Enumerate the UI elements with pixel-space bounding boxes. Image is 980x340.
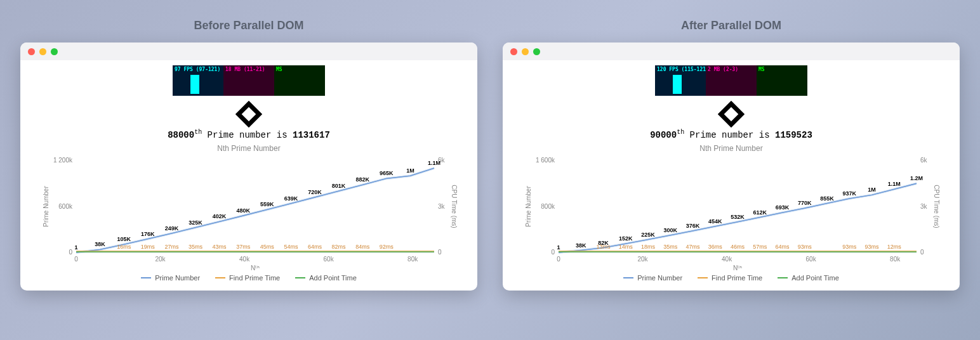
svg-text:54ms: 54ms <box>284 244 298 250</box>
svg-text:1: 1 <box>74 244 77 251</box>
panel-title: Before Parallel DOM <box>194 19 303 32</box>
svg-text:18ms: 18ms <box>641 244 656 250</box>
svg-text:639K: 639K <box>284 195 298 201</box>
svg-text:532K: 532K <box>731 213 745 219</box>
svg-text:Prime Number: Prime Number <box>43 185 50 226</box>
svg-text:92ms: 92ms <box>380 244 394 250</box>
svg-text:1: 1 <box>557 244 560 251</box>
chart: 0800k1 600k03k6k020k40k60k80kPrime Numbe… <box>522 154 941 271</box>
svg-text:20k: 20k <box>155 256 166 263</box>
chart-legend: Prime Number Find Prime Time Add Point T… <box>623 274 839 282</box>
maximize-icon[interactable] <box>533 48 540 55</box>
svg-text:612K: 612K <box>753 209 767 215</box>
svg-text:0: 0 <box>69 249 72 256</box>
close-icon[interactable] <box>510 48 517 55</box>
svg-text:770K: 770K <box>798 200 812 206</box>
svg-text:36ms: 36ms <box>708 244 723 250</box>
svg-text:82ms: 82ms <box>332 244 347 250</box>
minimize-icon[interactable] <box>39 48 46 55</box>
svg-text:12ms: 12ms <box>887 244 902 250</box>
panel-before: Before Parallel DOM 97 FPS (97-121) 18 M… <box>20 19 477 291</box>
chart: 0600k1 200k03k6k020k40k60k80kPrime Numbe… <box>39 154 458 271</box>
legend-item[interactable]: Prime Number <box>623 274 682 282</box>
window-titlebar <box>20 43 477 60</box>
svg-text:0: 0 <box>74 256 78 263</box>
legend-item[interactable]: Prime Number <box>141 274 200 282</box>
stats-ms: MS <box>757 65 807 96</box>
svg-text:Nᵗʰ: Nᵗʰ <box>733 265 742 271</box>
svg-text:0: 0 <box>557 256 560 263</box>
svg-text:64ms: 64ms <box>308 244 322 250</box>
svg-text:57ms: 57ms <box>753 244 767 250</box>
stats-mb: 18 MB (11-21) <box>223 65 274 96</box>
prime-result: 88000th Prime number is 1131617 <box>168 129 330 140</box>
stats-monitor[interactable]: 120 FPS (115-121) 2 MB (2-3) MS <box>655 65 807 96</box>
window-content: 120 FPS (115-121) 2 MB (2-3) MS 90000th … <box>503 60 960 291</box>
window-titlebar <box>503 43 960 60</box>
svg-text:1.1M: 1.1M <box>428 160 440 166</box>
svg-text:300K: 300K <box>663 226 677 233</box>
svg-text:1.1M: 1.1M <box>888 181 901 187</box>
svg-text:80k: 80k <box>890 256 901 263</box>
svg-text:3k: 3k <box>920 202 928 209</box>
legend-item[interactable]: Add Point Time <box>295 274 357 282</box>
close-icon[interactable] <box>28 48 35 55</box>
svg-text:35ms: 35ms <box>663 244 678 250</box>
svg-text:38K: 38K <box>576 242 586 248</box>
svg-text:37ms: 37ms <box>236 244 251 250</box>
svg-text:965K: 965K <box>380 170 394 176</box>
svg-text:60k: 60k <box>806 256 817 263</box>
svg-text:480K: 480K <box>236 207 250 214</box>
prime-result: 90000th Prime number is 1159523 <box>650 129 812 140</box>
svg-text:16ms: 16ms <box>117 244 131 250</box>
spinner-icon <box>235 101 262 128</box>
svg-text:225K: 225K <box>641 231 655 237</box>
svg-text:325K: 325K <box>189 219 202 225</box>
chart-legend: Prime Number Find Prime Time Add Point T… <box>141 274 357 282</box>
svg-text:1.2M: 1.2M <box>910 175 923 181</box>
window: 120 FPS (115-121) 2 MB (2-3) MS 90000th … <box>503 43 960 291</box>
maximize-icon[interactable] <box>51 48 58 55</box>
svg-text:Prime Number: Prime Number <box>525 185 532 226</box>
svg-text:13ms: 13ms <box>596 244 611 250</box>
svg-text:0: 0 <box>438 249 442 256</box>
svg-text:176K: 176K <box>141 230 155 237</box>
svg-text:84ms: 84ms <box>355 244 370 250</box>
panel-title: After Parallel DOM <box>681 19 781 32</box>
svg-text:800k: 800k <box>541 202 555 209</box>
svg-text:855K: 855K <box>820 195 834 201</box>
legend-item[interactable]: Find Prime Time <box>215 274 280 282</box>
svg-text:0: 0 <box>551 249 555 256</box>
svg-text:14ms: 14ms <box>619 244 633 250</box>
stats-fps: 97 FPS (97-121) <box>173 65 223 96</box>
chart-title: Nth Prime Number <box>699 144 762 153</box>
svg-text:64ms: 64ms <box>775 244 790 250</box>
window-content: 97 FPS (97-121) 18 MB (11-21) MS 88000th… <box>20 60 477 291</box>
svg-text:693K: 693K <box>776 204 790 211</box>
chart-title: Nth Prime Number <box>217 144 280 153</box>
svg-text:1 600k: 1 600k <box>536 157 555 164</box>
svg-text:80k: 80k <box>407 256 418 263</box>
stats-mb: 2 MB (2-3) <box>706 65 757 96</box>
svg-text:454K: 454K <box>708 218 722 225</box>
svg-text:3k: 3k <box>438 202 446 209</box>
svg-text:249K: 249K <box>165 225 179 232</box>
spinner-icon <box>718 101 745 128</box>
svg-text:152K: 152K <box>619 235 633 242</box>
svg-text:38K: 38K <box>95 241 105 247</box>
svg-text:402K: 402K <box>213 213 227 219</box>
svg-text:93ms: 93ms <box>798 244 812 250</box>
svg-text:45ms: 45ms <box>260 244 275 250</box>
svg-text:882K: 882K <box>355 176 369 183</box>
panel-after: After Parallel DOM 120 FPS (115-121) 2 M… <box>503 19 960 291</box>
svg-text:27ms: 27ms <box>164 244 179 250</box>
minimize-icon[interactable] <box>522 48 529 55</box>
stats-monitor[interactable]: 97 FPS (97-121) 18 MB (11-21) MS <box>173 65 325 96</box>
svg-text:93ms: 93ms <box>864 244 879 250</box>
svg-text:801K: 801K <box>332 183 346 189</box>
svg-text:Nᵗʰ: Nᵗʰ <box>251 265 260 271</box>
legend-item[interactable]: Add Point Time <box>778 274 839 282</box>
svg-text:46ms: 46ms <box>731 244 745 250</box>
legend-item[interactable]: Find Prime Time <box>698 274 762 282</box>
svg-text:559K: 559K <box>260 201 274 207</box>
